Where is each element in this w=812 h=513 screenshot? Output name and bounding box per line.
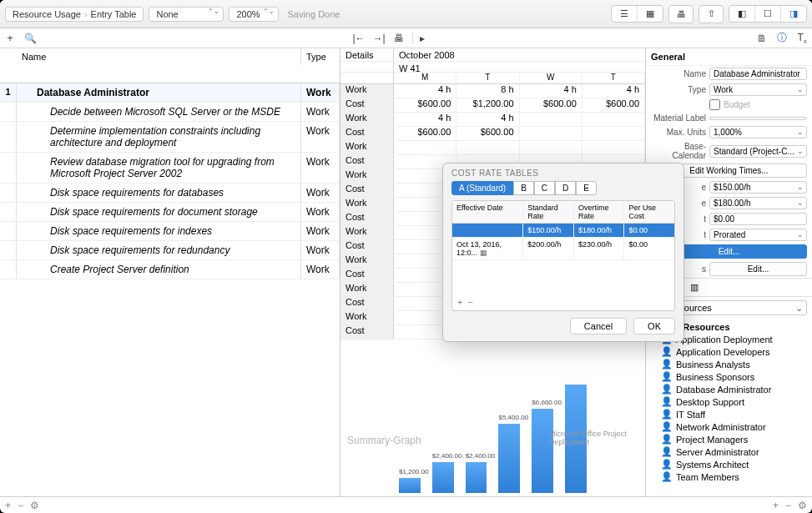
breadcrumb-1[interactable]: Entry Table: [91, 9, 137, 19]
data-cell[interactable]: 4 h: [394, 113, 456, 126]
cell-ot[interactable]: $180.00/h: [574, 224, 625, 237]
task-row[interactable]: Disk space requirements for indexesWork: [0, 222, 340, 241]
task-row[interactable]: Disk space requirements for document sto…: [0, 203, 340, 222]
left-panel-icon[interactable]: ◧: [729, 6, 755, 22]
data-cell[interactable]: $600.00: [520, 98, 583, 112]
tree-item[interactable]: 👤Systems Architect: [649, 458, 809, 470]
group-icon[interactable]: ▥: [690, 282, 699, 293]
add-row-icon[interactable]: +: [457, 297, 462, 307]
data-cell[interactable]: 4 h: [394, 84, 456, 98]
matlabel-field[interactable]: [709, 117, 807, 120]
col-peruse[interactable]: Per Use Cost: [624, 201, 674, 223]
data-cell[interactable]: $1,200.00: [456, 98, 519, 112]
resource-row[interactable]: 1 Database Administrator Work: [0, 83, 340, 103]
remove-icon-r[interactable]: −: [785, 500, 791, 511]
calendar-icon[interactable]: ▦: [480, 249, 487, 257]
data-cell[interactable]: [583, 113, 645, 126]
filter-select[interactable]: None: [149, 7, 224, 22]
data-cell[interactable]: [583, 141, 645, 154]
next-icon[interactable]: →|: [372, 33, 386, 44]
remove-row-icon[interactable]: −: [467, 297, 472, 307]
type-select[interactable]: Work: [709, 83, 807, 96]
data-cell[interactable]: 4 h: [456, 113, 519, 126]
rate-row[interactable]: Oct 13, 2016, 12:0... ▦$200.00/h$230.00/…: [452, 238, 674, 260]
cell-std[interactable]: $200.00/h: [523, 238, 574, 259]
cell-per[interactable]: $0.00: [624, 224, 674, 237]
maxunits-field[interactable]: 1,000%: [709, 126, 807, 138]
tree-item[interactable]: 👤Team Members: [649, 470, 809, 483]
accrue-select[interactable]: Prorated: [709, 229, 807, 241]
col-effdate[interactable]: Effective Date: [452, 201, 523, 223]
gear-icon[interactable]: ⚙: [30, 500, 39, 511]
cell-date[interactable]: Oct 13, 2016, 12:0... ▦: [452, 238, 523, 259]
add-icon-r[interactable]: +: [773, 500, 779, 511]
add-icon[interactable]: +: [5, 500, 11, 511]
data-cell[interactable]: [520, 127, 583, 140]
task-row[interactable]: Create Project Server definitionWork: [0, 260, 340, 279]
task-row[interactable]: Disk space requirements for redundancyWo…: [0, 241, 340, 260]
tree-item[interactable]: 👤Application Developers: [649, 345, 809, 358]
tree-item[interactable]: 👤Project Managers: [649, 433, 809, 445]
tree-item[interactable]: 👤Business Analysts: [649, 358, 809, 370]
data-cell[interactable]: 4 h: [520, 84, 583, 98]
std-rate-field[interactable]: $150.00/h: [709, 181, 807, 194]
tree-item[interactable]: 👤Desktop Support: [649, 395, 809, 408]
cell-std[interactable]: $150.00/h: [523, 224, 574, 237]
breadcrumb-0[interactable]: Resource Usage: [13, 9, 81, 19]
tree-item[interactable]: 👤Network Administrator: [649, 420, 809, 433]
data-cell[interactable]: 4 h: [583, 84, 645, 98]
cell-date[interactable]: [452, 224, 523, 237]
col-name[interactable]: Name: [17, 48, 301, 65]
col-stdrate[interactable]: Standard Rate: [523, 201, 574, 223]
task-row[interactable]: Decide between Microsoft SQL Server or t…: [0, 103, 340, 122]
print-button[interactable]: 🖶: [668, 5, 693, 23]
rate-tab[interactable]: A (Standard): [451, 181, 513, 195]
list-view-icon[interactable]: ☰: [612, 6, 638, 22]
remove-icon[interactable]: −: [18, 500, 23, 511]
data-cell[interactable]: [520, 113, 583, 126]
right-panel-icon[interactable]: ◨: [781, 6, 806, 22]
tree-item[interactable]: 👤Server Administrator: [649, 445, 809, 458]
print-icon[interactable]: 🖶: [392, 33, 406, 44]
tree-item[interactable]: 👤Business Sponsors: [649, 370, 809, 383]
col-otrate[interactable]: Overtime Rate: [574, 201, 625, 223]
rate-row[interactable]: $150.00/h$180.00/h$0.00: [452, 224, 674, 238]
ok-button[interactable]: OK: [633, 318, 675, 334]
panel-toggle-seg[interactable]: ◧ ☐ ◨: [729, 5, 807, 23]
task-row[interactable]: Determine implementation constraints inc…: [0, 122, 340, 153]
data-cell[interactable]: [583, 127, 645, 140]
text-icon[interactable]: Tx: [795, 32, 809, 44]
rate-tab[interactable]: B: [513, 181, 534, 195]
data-cell[interactable]: 8 h: [456, 84, 519, 98]
col-type[interactable]: Type: [301, 48, 340, 65]
data-cell[interactable]: [456, 141, 519, 154]
data-cell[interactable]: $600.00: [583, 98, 645, 112]
tree-item[interactable]: 👤Database Administrator: [649, 383, 809, 395]
calendar-view-icon[interactable]: ▦: [638, 6, 663, 22]
center-panel-icon[interactable]: ☐: [755, 6, 781, 22]
name-field[interactable]: Database Administrator: [709, 68, 807, 80]
data-cell[interactable]: [520, 141, 583, 154]
rate-tab[interactable]: C: [534, 181, 555, 195]
data-cell[interactable]: $600.00: [394, 98, 456, 112]
info-icon[interactable]: ⓘ: [775, 31, 789, 45]
task-row[interactable]: Review database migration tool for upgra…: [0, 153, 340, 184]
peruse-field[interactable]: $0.00: [709, 213, 807, 225]
today-icon[interactable]: ▸: [412, 33, 426, 44]
cancel-button[interactable]: Cancel: [570, 318, 627, 334]
cell-per[interactable]: $0.00: [624, 238, 674, 259]
ot-rate-field[interactable]: $180.00/h: [709, 197, 807, 209]
rate-tab[interactable]: D: [555, 181, 576, 195]
data-cell[interactable]: $600.00: [456, 127, 519, 140]
tree-item[interactable]: 👤IT Staff: [649, 408, 809, 420]
rate-tab[interactable]: E: [576, 181, 597, 195]
zoom-select[interactable]: 200%: [229, 7, 279, 22]
task-row[interactable]: Disk space requirements for databasesWor…: [0, 184, 340, 203]
doc-icon[interactable]: 🗎: [755, 33, 769, 44]
share-button[interactable]: ⇧: [699, 5, 724, 23]
basecal-select[interactable]: Standard (Project-C...: [709, 145, 807, 158]
prev-icon[interactable]: |←: [352, 33, 366, 44]
add-icon[interactable]: +: [3, 33, 17, 44]
data-cell[interactable]: $600.00: [394, 127, 456, 140]
gear-icon-r[interactable]: ⚙: [798, 500, 807, 511]
